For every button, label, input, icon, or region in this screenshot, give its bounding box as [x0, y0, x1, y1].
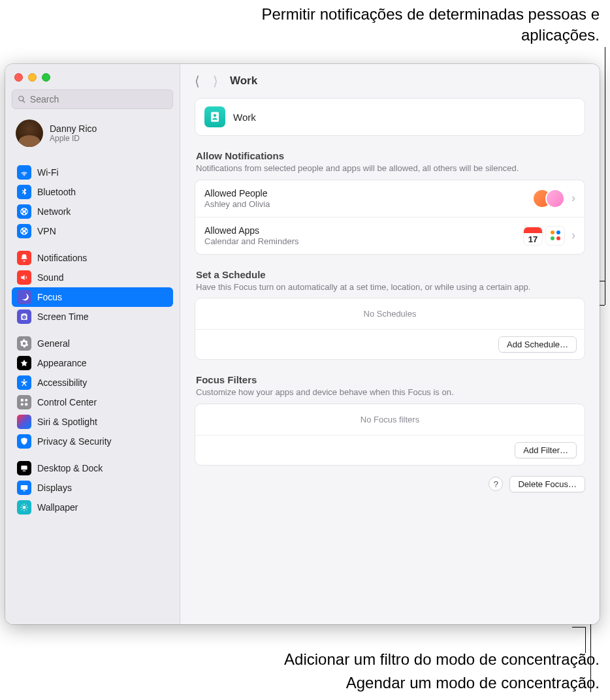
sidebar-item-accessibility[interactable]: Accessibility	[12, 373, 173, 392]
app-icons: 17	[523, 226, 565, 246]
appearance-icon	[17, 356, 31, 370]
allowed-apps-title: Allowed Apps	[204, 225, 299, 236]
reminders-app-icon	[545, 226, 565, 246]
allow-card: Allowed People Ashley and Olivia › Allow…	[195, 180, 585, 255]
sidebar-item-label: Accessibility	[37, 377, 87, 388]
svg-rect-3	[21, 403, 24, 406]
svg-point-5	[21, 419, 28, 426]
network-icon	[17, 204, 31, 219]
search-icon	[18, 95, 26, 104]
schedule-section-header: Set a Schedule Have this Focus turn on a…	[196, 269, 584, 293]
svg-rect-9	[23, 490, 25, 491]
page-title: Work	[230, 74, 257, 88]
add-filter-button[interactable]: Add Filter…	[515, 442, 577, 458]
focus-name: Work	[233, 112, 256, 123]
search-field[interactable]	[12, 89, 173, 109]
sidebar-item-displays[interactable]: Displays	[12, 478, 173, 498]
svg-rect-4	[25, 403, 27, 406]
sidebar-item-label: Displays	[37, 483, 72, 493]
maximize-window-button[interactable]	[42, 73, 50, 82]
desktop-dock-icon	[17, 461, 31, 475]
allowed-apps-sub: Calendar and Reminders	[204, 236, 299, 246]
focus-icon	[17, 290, 31, 304]
sidebar-item-bluetooth[interactable]: Bluetooth	[12, 182, 173, 202]
sidebar-item-label: Bluetooth	[37, 187, 76, 197]
sidebar-item-appearance[interactable]: Appearance	[12, 353, 173, 373]
people-avatars	[532, 189, 565, 208]
sidebar-item-desktop-dock[interactable]: Desktop & Dock	[12, 458, 173, 478]
bluetooth-icon	[17, 185, 31, 199]
search-input[interactable]	[30, 94, 167, 104]
accessibility-icon	[17, 375, 31, 390]
sidebar-nav: Wi-FiBluetoothNetworkVPNNotificationsSou…	[12, 156, 173, 517]
svg-rect-1	[21, 399, 24, 402]
footer-bar: ? Delete Focus…	[195, 476, 585, 492]
allow-section-header: Allow Notifications Notifications from s…	[196, 150, 584, 174]
privacy-security-icon	[17, 434, 31, 449]
sidebar-item-wallpaper[interactable]: Wallpaper	[12, 498, 173, 517]
allow-desc: Notifications from selected people and a…	[196, 163, 584, 174]
allowed-people-row[interactable]: Allowed People Ashley and Olivia ›	[195, 180, 585, 217]
schedule-action-row: Add Schedule…	[195, 329, 585, 359]
forward-button[interactable]: ⟩	[213, 73, 218, 89]
allow-title: Allow Notifications	[196, 150, 584, 161]
sidebar-item-label: Control Center	[37, 397, 97, 407]
allowed-apps-row[interactable]: Allowed Apps Calendar and Reminders 17	[195, 217, 585, 254]
wallpaper-icon	[17, 500, 31, 515]
delete-focus-button[interactable]: Delete Focus…	[509, 476, 585, 492]
sidebar-item-label: Screen Time	[37, 311, 89, 322]
close-window-button[interactable]	[14, 73, 23, 82]
window-controls	[12, 69, 173, 89]
apple-id-profile[interactable]: Danny Rico Apple ID	[12, 109, 173, 156]
back-button[interactable]: ⟨	[195, 73, 200, 89]
filters-title: Focus Filters	[196, 374, 584, 385]
main-pane: ⟨ ⟩ Work Work Allow Notifications Notifi…	[180, 64, 600, 624]
sidebar-item-label: Wallpaper	[37, 502, 78, 513]
sidebar-item-label: General	[37, 338, 70, 349]
svg-rect-8	[21, 485, 28, 490]
sidebar-item-vpn[interactable]: VPN	[12, 221, 173, 241]
callout-line	[585, 627, 586, 653]
schedule-card: No Schedules Add Schedule…	[195, 298, 585, 360]
sidebar-item-label: Privacy & Security	[37, 436, 112, 447]
callout-add-filter: Adicionar um filtro do modo de concentra…	[142, 649, 600, 670]
badge-icon	[204, 106, 225, 127]
svg-rect-2	[25, 399, 27, 402]
svg-rect-7	[23, 471, 26, 471]
minimize-window-button[interactable]	[28, 73, 37, 82]
svg-rect-6	[21, 466, 27, 469]
filters-card: No Focus filters Add Filter…	[195, 404, 585, 466]
sidebar-item-label: Network	[37, 206, 71, 217]
avatar-person-2	[545, 189, 565, 208]
filters-empty: No Focus filters	[195, 404, 585, 435]
sound-icon	[17, 270, 31, 285]
sidebar-item-screen-time[interactable]: Screen Time	[12, 307, 173, 326]
add-schedule-button[interactable]: Add Schedule…	[498, 336, 577, 353]
control-center-icon	[17, 395, 31, 409]
sidebar-item-siri-spotlight[interactable]: Siri & Spotlight	[12, 412, 173, 432]
sidebar-item-label: Focus	[37, 292, 62, 302]
sidebar-item-control-center[interactable]: Control Center	[12, 392, 173, 412]
callout-line	[605, 47, 605, 305]
sidebar-item-sound[interactable]: Sound	[12, 268, 173, 287]
notifications-icon	[17, 251, 31, 265]
sidebar-item-general[interactable]: General	[12, 334, 173, 353]
sidebar-item-wi-fi[interactable]: Wi-Fi	[12, 163, 173, 182]
profile-name: Danny Rico	[50, 123, 97, 134]
vpn-icon	[17, 224, 31, 238]
schedule-empty: No Schedules	[195, 298, 585, 329]
sidebar-item-label: Notifications	[37, 253, 87, 263]
wi-fi-icon	[17, 165, 31, 180]
sidebar-item-network[interactable]: Network	[12, 202, 173, 221]
schedule-title: Set a Schedule	[196, 269, 584, 280]
help-button[interactable]: ?	[489, 477, 503, 491]
callout-line	[572, 627, 585, 628]
sidebar-item-focus[interactable]: Focus	[12, 287, 173, 307]
sidebar-item-privacy-security[interactable]: Privacy & Security	[12, 432, 173, 451]
sidebar-item-label: Appearance	[37, 358, 87, 368]
calendar-app-icon: 17	[523, 226, 543, 246]
sidebar-item-label: Siri & Spotlight	[37, 417, 97, 427]
sidebar-item-notifications[interactable]: Notifications	[12, 248, 173, 268]
callout-add-schedule: Agendar um modo de concentração.	[142, 673, 600, 693]
sidebar-item-label: Wi-Fi	[37, 167, 59, 178]
